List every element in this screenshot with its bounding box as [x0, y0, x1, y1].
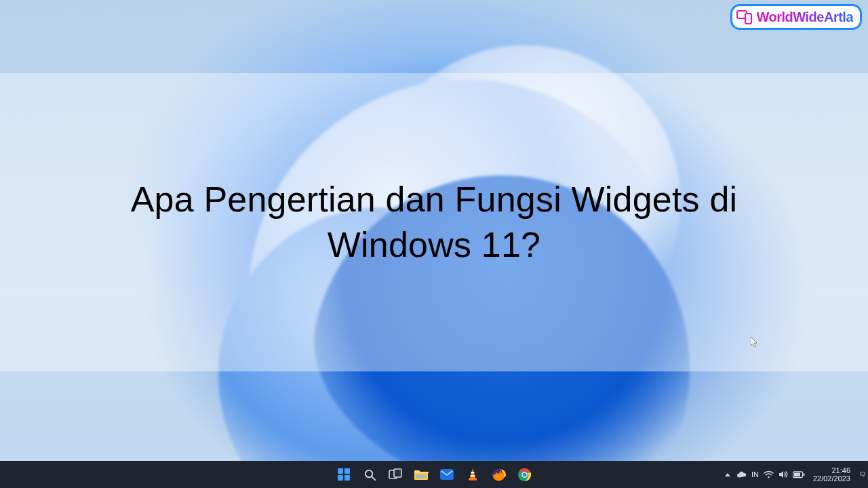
svg-rect-3: [338, 468, 343, 474]
taskbar-clock[interactable]: 21:46 22/02/2023: [813, 466, 854, 483]
svg-rect-14: [471, 475, 475, 476]
battery-icon[interactable]: [793, 471, 805, 479]
clock-date: 22/02/2023: [813, 474, 850, 483]
device-icon: [736, 9, 753, 25]
notifications-button[interactable]: [860, 472, 865, 477]
mail-icon: [439, 468, 454, 481]
svg-rect-11: [416, 474, 427, 479]
search-icon: [363, 468, 376, 481]
svg-rect-15: [469, 479, 477, 481]
start-button[interactable]: [333, 464, 355, 485]
svg-rect-13: [471, 472, 475, 473]
windows-icon: [337, 468, 351, 481]
watermark-badge: WorldWideArtla: [730, 4, 862, 30]
folder-icon: [414, 468, 429, 481]
svg-rect-4: [344, 468, 350, 474]
chrome-button[interactable]: [513, 464, 535, 485]
svg-line-8: [372, 476, 375, 480]
svg-rect-2: [747, 16, 749, 21]
task-view-icon: [389, 468, 402, 481]
system-tray: IN 21:46 22/02/2023: [722, 461, 865, 488]
svg-rect-22: [803, 473, 804, 476]
wifi-icon[interactable]: [764, 470, 774, 479]
vlc-icon: [467, 468, 479, 481]
mail-app-button[interactable]: [436, 464, 458, 485]
svg-rect-10: [394, 469, 401, 477]
svg-rect-23: [794, 472, 800, 476]
vlc-button[interactable]: [462, 464, 484, 485]
volume-icon[interactable]: [778, 470, 788, 479]
svg-rect-6: [344, 475, 350, 481]
overlay-band: Apa Pengertian dan Fungsi Widgets di Win…: [0, 73, 868, 371]
svg-point-20: [768, 476, 770, 479]
clock-time: 21:46: [831, 466, 850, 474]
svg-point-19: [522, 472, 526, 476]
onedrive-icon[interactable]: [736, 471, 747, 479]
svg-rect-5: [338, 475, 343, 481]
chrome-icon: [517, 468, 532, 482]
firefox-button[interactable]: [488, 464, 509, 485]
watermark-text: WorldWideArtla: [757, 9, 853, 25]
tray-overflow-button[interactable]: [725, 473, 730, 476]
language-indicator[interactable]: IN: [751, 470, 759, 479]
firefox-icon: [492, 468, 506, 482]
taskbar: IN 21:46 22/02/2023: [0, 461, 868, 488]
task-view-button[interactable]: [384, 464, 406, 485]
overlay-headline: Apa Pengertian dan Fungsi Widgets di Win…: [54, 177, 814, 267]
search-button[interactable]: [359, 464, 380, 485]
taskbar-center: [333, 461, 535, 488]
file-explorer-button[interactable]: [410, 464, 432, 485]
